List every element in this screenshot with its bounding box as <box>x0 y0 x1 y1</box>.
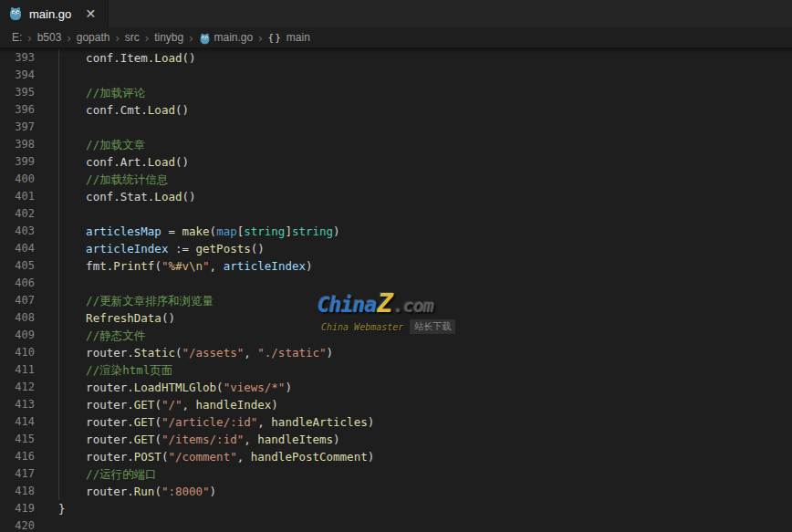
breadcrumb-item-src[interactable]: src <box>125 31 140 44</box>
line-number: 393 <box>0 49 35 67</box>
code-line[interactable]: 415 router.GET("/items/:id", handleItems… <box>0 431 792 448</box>
line-number: 411 <box>0 361 35 379</box>
breadcrumb-item-b503[interactable]: b503 <box>37 31 62 44</box>
breadcrumb-label: main <box>287 31 310 44</box>
code-text: router.Static("/assets", "./static") <box>58 344 333 361</box>
code-line[interactable]: 409 //静态文件 <box>0 327 792 344</box>
code-line[interactable]: 395 //加载评论 <box>0 84 792 101</box>
line-number: 410 <box>0 344 35 361</box>
code-line[interactable]: 412 router.LoadHTMLGlob("views/*") <box>0 379 792 396</box>
line-number: 399 <box>0 153 35 171</box>
chevron-right-icon: › <box>189 31 193 45</box>
go-file-icon <box>8 6 23 21</box>
code-text: //运行的端口 <box>58 465 157 483</box>
code-line[interactable]: 410 router.Static("/assets", "./static") <box>0 344 792 361</box>
line-number: 418 <box>0 483 35 500</box>
breadcrumb: E:›b503›gopath›src›tinybg› main.go›{}mai… <box>12 31 310 45</box>
code-text: //更新文章排序和浏览量 <box>58 292 214 309</box>
line-number: 403 <box>0 223 35 240</box>
breadcrumb-label: E: <box>12 31 22 44</box>
line-number: 409 <box>0 327 35 344</box>
line-number: 405 <box>0 257 35 275</box>
chevron-right-icon: › <box>145 31 149 45</box>
line-number: 402 <box>0 205 35 223</box>
code-line[interactable]: 405 fmt.Printf("%#v\n", articleIndex) <box>0 257 792 275</box>
code-line[interactable]: 407 //更新文章排序和浏览量 <box>0 292 792 309</box>
breadcrumb-label: main.go <box>214 31 254 44</box>
go-file-icon <box>199 33 211 45</box>
code-text: router.POST("/comment", handlePostCommen… <box>58 448 374 465</box>
breadcrumb-label: b503 <box>37 31 62 44</box>
code-line[interactable]: 397 <box>0 119 792 136</box>
chevron-right-icon: › <box>115 31 119 45</box>
line-number: 404 <box>0 240 35 257</box>
code-line[interactable]: 403 articlesMap = make(map[string]string… <box>0 223 792 240</box>
code-text: router.LoadHTMLGlob("views/*") <box>58 379 292 396</box>
code-line[interactable]: 416 router.POST("/comment", handlePostCo… <box>0 448 792 465</box>
code-text: router.Run(":8000") <box>58 483 216 500</box>
breadcrumb-item-main[interactable]: {}main <box>268 31 310 44</box>
line-number: 407 <box>0 292 35 309</box>
line-number: 417 <box>0 465 35 483</box>
code-line[interactable]: 401 conf.Stat.Load() <box>0 188 792 205</box>
code-line[interactable]: 418 router.Run(":8000") <box>0 483 792 500</box>
code-line[interactable]: 396 conf.Cmt.Load() <box>0 101 792 119</box>
line-number: 408 <box>0 309 35 327</box>
code-line[interactable]: 406 <box>0 275 792 292</box>
line-number: 401 <box>0 188 35 205</box>
code-line[interactable]: 417 //运行的端口 <box>0 465 792 483</box>
breadcrumb-item-tinybg[interactable]: tinybg <box>154 31 183 44</box>
code-line[interactable]: 398 //加载文章 <box>0 136 792 153</box>
breadcrumb-label: gopath <box>77 31 110 44</box>
code-text: //加载文章 <box>58 136 145 153</box>
code-text: conf.Cmt.Load() <box>58 101 189 119</box>
line-number: 412 <box>0 379 35 396</box>
breadcrumb-item-e-[interactable]: E: <box>12 31 22 44</box>
code-line[interactable]: 408 RefreshData() <box>0 309 792 327</box>
code-line[interactable]: 404 articleIndex := getPosts() <box>0 240 792 257</box>
breadcrumb-label: tinybg <box>154 31 183 44</box>
chevron-right-icon: › <box>67 31 70 45</box>
code-text: articleIndex := getPosts() <box>58 240 265 257</box>
code-text: router.GET("/items/:id", handleItems) <box>58 431 340 448</box>
code-text: conf.Item.Load() <box>58 49 196 67</box>
code-line[interactable]: 394 <box>0 67 792 84</box>
line-number: 413 <box>0 396 35 413</box>
code-line[interactable]: 414 router.GET("/article/:id", handleArt… <box>0 413 792 431</box>
line-number: 416 <box>0 448 35 465</box>
code-text: //加载评论 <box>58 84 145 101</box>
symbol-braces-icon: {} <box>268 32 282 44</box>
code-line[interactable]: 400 //加载统计信息 <box>0 171 792 188</box>
code-editor[interactable]: 393 conf.Item.Load()394395 //加载评论396 con… <box>0 47 792 532</box>
line-number: 398 <box>0 136 35 153</box>
tab-label: main.go <box>29 7 71 21</box>
line-number: 414 <box>0 413 35 431</box>
code-line[interactable]: 413 router.GET("/", handleIndex) <box>0 396 792 413</box>
line-number: 397 <box>0 119 35 136</box>
tab-main-go[interactable]: main.go ✕ <box>0 0 109 27</box>
breadcrumb-label: src <box>125 31 140 44</box>
tab-close-icon[interactable]: ✕ <box>82 5 99 22</box>
code-line[interactable]: 419} <box>0 500 792 517</box>
breadcrumb-bar: E:›b503›gopath›src›tinybg› main.go›{}mai… <box>0 27 792 47</box>
breadcrumb-item-main-go[interactable]: main.go <box>199 31 254 44</box>
line-number: 400 <box>0 171 35 188</box>
code-text: //加载统计信息 <box>58 171 168 188</box>
code-line[interactable]: 411 //渲染html页面 <box>0 361 792 379</box>
line-number: 395 <box>0 84 35 101</box>
code-text: //静态文件 <box>58 327 145 344</box>
breadcrumb-item-gopath[interactable]: gopath <box>77 31 110 44</box>
chevron-right-icon: › <box>27 31 31 45</box>
code-text: conf.Stat.Load() <box>58 188 196 205</box>
code-line[interactable]: 402 <box>0 205 792 223</box>
code-line[interactable]: 393 conf.Item.Load() <box>0 49 792 67</box>
code-text: } <box>58 500 66 517</box>
vscode-window: main.go ✕ E:›b503›gopath›src›tinybg› mai… <box>0 0 792 532</box>
line-number: 406 <box>0 275 35 292</box>
line-number: 396 <box>0 101 35 119</box>
code-text: conf.Art.Load() <box>58 153 189 171</box>
code-line[interactable]: 399 conf.Art.Load() <box>0 153 792 171</box>
code-line[interactable]: 420 <box>0 517 792 532</box>
code-text: router.GET("/", handleIndex) <box>58 396 278 413</box>
code-text: //渲染html页面 <box>58 361 172 379</box>
